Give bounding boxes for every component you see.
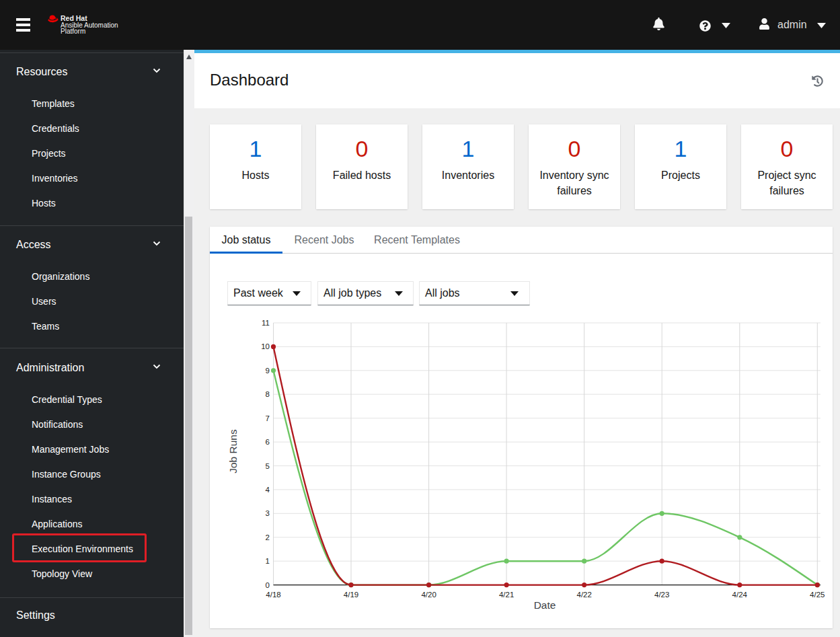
svg-text:4/18: 4/18 — [266, 591, 280, 599]
svg-text:9: 9 — [266, 367, 270, 375]
svg-text:11: 11 — [262, 319, 270, 327]
svg-text:Date: Date — [534, 599, 556, 611]
svg-text:4/24: 4/24 — [732, 591, 748, 599]
svg-text:4/20: 4/20 — [421, 591, 436, 599]
svg-text:1: 1 — [266, 557, 270, 565]
svg-text:Job Runs: Job Runs — [227, 429, 239, 474]
svg-text:7: 7 — [266, 414, 270, 422]
svg-text:4: 4 — [266, 486, 270, 494]
svg-text:3: 3 — [266, 509, 270, 517]
svg-text:0: 0 — [266, 581, 270, 589]
svg-text:5: 5 — [266, 462, 270, 470]
svg-text:2: 2 — [266, 533, 270, 541]
svg-text:4/23: 4/23 — [654, 591, 669, 599]
svg-text:4/21: 4/21 — [499, 591, 514, 599]
svg-text:4/19: 4/19 — [344, 591, 358, 599]
svg-text:4/25: 4/25 — [810, 591, 825, 599]
svg-text:6: 6 — [266, 438, 270, 446]
svg-text:4/22: 4/22 — [577, 591, 592, 599]
svg-text:8: 8 — [266, 390, 270, 398]
svg-text:10: 10 — [261, 342, 270, 350]
